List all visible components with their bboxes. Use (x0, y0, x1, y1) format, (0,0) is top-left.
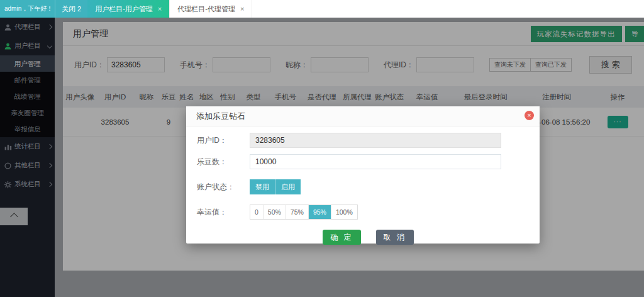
tab-user-management[interactable]: 用户栏目-用户管理 × (87, 0, 170, 18)
modal-user-id-input (250, 133, 501, 148)
tab-label: 代理栏目-代理管理 (177, 4, 235, 14)
tab-label: 用户栏目-用户管理 (95, 4, 153, 14)
modal-body: 用户ID： 乐豆数： 账户状态： 禁用 启用 幸运值： 0 50% 75% 95… (186, 126, 540, 245)
user-greeting: admin，下午好！ (0, 0, 55, 18)
status-disable-button[interactable]: 禁用 (250, 179, 275, 194)
lucky-75-button[interactable]: 75% (286, 205, 309, 219)
modal-title: 添加乐豆钻石 (186, 106, 540, 126)
modal-ledou-input[interactable] (250, 154, 501, 169)
modal-status-label: 账户状态： (197, 182, 250, 193)
confirm-button[interactable]: 确 定 (323, 230, 360, 245)
modal-footer: 确 定 取 消 (197, 230, 540, 245)
modal-lucky-label: 幸运值： (197, 207, 250, 218)
topbar: admin，下午好！ 关闭 2 用户栏目-用户管理 × 代理栏目-代理管理 × (0, 0, 644, 18)
add-ledou-modal: 添加乐豆钻石 × 用户ID： 乐豆数： 账户状态： 禁用 启用 幸运值： 0 5… (186, 106, 540, 244)
close-tabs-button[interactable]: 关闭 2 (55, 0, 87, 18)
status-enable-button[interactable]: 启用 (275, 179, 301, 194)
lucky-100-button[interactable]: 100% (331, 205, 357, 219)
modal-close-icon[interactable]: × (525, 111, 534, 120)
lucky-95-button[interactable]: 95% (309, 205, 331, 219)
modal-user-id-label: 用户ID： (197, 135, 250, 146)
lucky-0-button[interactable]: 0 (250, 205, 264, 219)
tab-agent-management[interactable]: 代理栏目-代理管理 × (170, 0, 252, 18)
cancel-button[interactable]: 取 消 (376, 230, 414, 245)
account-status-toggle: 禁用 启用 (250, 179, 301, 194)
close-icon[interactable]: × (240, 5, 244, 13)
lucky-value-group: 0 50% 75% 95% 100% (250, 205, 358, 220)
lucky-50-button[interactable]: 50% (264, 205, 286, 219)
modal-ledou-label: 乐豆数： (197, 157, 250, 167)
close-icon[interactable]: × (158, 5, 162, 13)
